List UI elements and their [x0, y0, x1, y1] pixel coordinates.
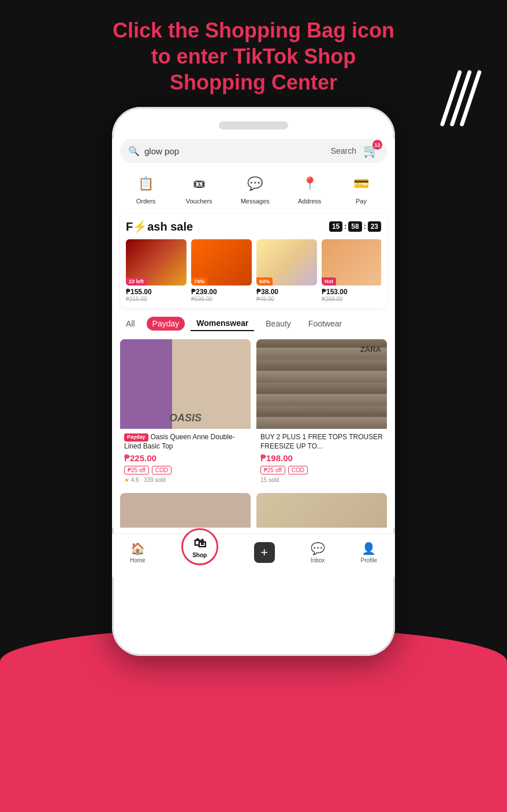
flash-badge-1: 23 left	[126, 277, 147, 286]
inbox-label: Inbox	[311, 557, 325, 563]
slash-decoration	[438, 69, 484, 129]
product-price-1: ₱225.00	[124, 453, 247, 464]
product-name-1: PaydayOasis Queen Anne Double-Lined Basi…	[124, 433, 247, 451]
flash-sale-header: F⚡ash sale 15 : 58 : 23	[126, 220, 381, 233]
flash-product-img-4: Hot	[322, 239, 381, 286]
messages-icon: 💬	[244, 172, 267, 195]
products-grid: OASIS PaydayOasis Queen Anne Double-Line…	[120, 339, 387, 487]
address-icon: 📍	[298, 172, 321, 195]
nav-icons-row: 📋 Orders 🎟 Vouchers 💬 Messages 📍 Address…	[120, 172, 387, 205]
orders-icon: 📋	[135, 172, 158, 195]
svg-line-2	[442, 72, 460, 124]
bottom-nav: 🏠 Home 🛍 Shop + 💬 Inbox 👤 Profile	[112, 533, 395, 577]
cart-icon-wrapper[interactable]: 🛒 13	[363, 143, 379, 158]
flash-price-3: ₱38.00	[256, 288, 317, 296]
nav-inbox[interactable]: 💬 Inbox	[311, 542, 325, 563]
nav-shop-active[interactable]: 🛍 Shop	[181, 528, 218, 565]
flash-product-4[interactable]: Hot ₱153.00 ₱299.00	[322, 239, 381, 302]
timer-minutes: 58	[348, 221, 361, 232]
address-label: Address	[298, 198, 321, 205]
category-tabs: All Payday Womenswear Beauty Footwear	[120, 316, 387, 331]
orders-label: Orders	[136, 198, 156, 205]
tab-beauty[interactable]: Beauty	[260, 317, 297, 331]
flash-sale-timer: 15 : 58 : 23	[329, 221, 381, 232]
nav-orders[interactable]: 📋 Orders	[135, 172, 158, 205]
flash-price-4: ₱153.00	[322, 288, 381, 296]
profile-icon: 👤	[361, 542, 376, 555]
nav-messages[interactable]: 💬 Messages	[241, 172, 270, 205]
nav-pay[interactable]: 💳 Pay	[349, 172, 372, 205]
zara-text: ZARA	[360, 345, 381, 354]
product-info-2: BUY 2 PLUS 1 FREE TOPS TROUSER FREESIZE …	[256, 429, 387, 487]
product-name-2: BUY 2 PLUS 1 FREE TOPS TROUSER FREESIZE …	[260, 433, 383, 451]
flash-products-row: 23 left ₱155.00 ₱215.00 74% ₱239.00 ₱599…	[126, 239, 381, 302]
phone-notch	[219, 121, 288, 129]
flash-original-2: ₱599.00	[191, 296, 252, 302]
tab-footwear[interactable]: Footwear	[303, 317, 348, 331]
flash-original-1: ₱215.00	[126, 296, 187, 302]
tab-all[interactable]: All	[120, 317, 141, 331]
flash-badge-2: 74%	[191, 277, 207, 286]
messages-label: Messages	[241, 198, 270, 205]
flash-product-img-2: 74%	[191, 239, 252, 286]
partial-product-2	[256, 493, 387, 528]
cod-badge-1: COD	[152, 466, 172, 474]
product-meta-2: 15 sold	[260, 477, 383, 483]
timer-seconds: 23	[368, 221, 381, 232]
lightning-icon: ⚡	[133, 220, 147, 233]
home-icon: 🏠	[131, 542, 145, 555]
timer-hours: 15	[329, 221, 342, 232]
discount-badge-2: ₱25 off	[260, 466, 285, 474]
vouchers-icon: 🎟	[188, 172, 211, 195]
phone-frame: 🔍 glow pop Search 🛒 13 📋 Orders 🎟 Vouche…	[112, 107, 395, 656]
product-tag-1: Payday	[124, 433, 148, 442]
oasis-brand-text: OASIS	[169, 412, 202, 424]
flash-price-2: ₱239.00	[191, 288, 252, 296]
nav-home[interactable]: 🏠 Home	[130, 542, 146, 563]
product-info-1: PaydayOasis Queen Anne Double-Lined Basi…	[120, 429, 251, 487]
product-card-2[interactable]: ZARA BUY 2 PLUS 1 FREE TOPS TROUSER FREE…	[256, 339, 387, 487]
product-card-1[interactable]: OASIS PaydayOasis Queen Anne Double-Line…	[120, 339, 251, 487]
search-button[interactable]: Search	[331, 146, 356, 155]
vouchers-label: Vouchers	[186, 198, 213, 205]
search-icon: 🔍	[128, 146, 140, 157]
header-title: Click the Shopping Bag icon to enter Tik…	[113, 17, 394, 95]
tab-payday[interactable]: Payday	[147, 317, 185, 331]
shop-label: Shop	[192, 552, 207, 558]
partial-product-1	[120, 493, 251, 528]
product-img-clothes: ZARA	[256, 339, 387, 429]
star-icon-1: ★	[124, 477, 129, 483]
search-text: glow pop	[144, 146, 331, 156]
nav-vouchers[interactable]: 🎟 Vouchers	[186, 172, 213, 205]
product-img-oasis: OASIS	[120, 339, 251, 429]
partial-products-row	[120, 493, 387, 528]
svg-line-1	[462, 72, 479, 124]
plus-icon: +	[260, 545, 268, 560]
flash-product-3[interactable]: 84% ₱38.00 ₱49.00	[256, 239, 317, 302]
nav-profile[interactable]: 👤 Profile	[361, 542, 377, 563]
home-label: Home	[130, 557, 146, 563]
svg-line-0	[452, 72, 469, 124]
product-badges-1: ₱25 off COD	[124, 466, 247, 474]
pay-label: Pay	[356, 198, 367, 205]
flash-sale-title: F⚡ash sale	[126, 220, 193, 233]
shop-bag-icon: 🛍	[193, 536, 206, 551]
flash-product-img-1: 23 left	[126, 239, 187, 286]
flash-sale-section: F⚡ash sale 15 : 58 : 23 23 left ₱155.00 …	[120, 214, 387, 308]
flash-original-4: ₱299.00	[322, 296, 381, 302]
flash-product-2[interactable]: 74% ₱239.00 ₱599.00	[191, 239, 252, 302]
cart-badge: 13	[372, 140, 382, 150]
phone-content: 🔍 glow pop Search 🛒 13 📋 Orders 🎟 Vouche…	[112, 139, 395, 528]
flash-original-3: ₱49.00	[256, 296, 317, 302]
flash-product-1[interactable]: 23 left ₱155.00 ₱215.00	[126, 239, 187, 302]
nav-create-button[interactable]: +	[254, 542, 275, 563]
tab-womenswear[interactable]: Womenswear	[191, 316, 254, 331]
search-bar[interactable]: 🔍 glow pop Search 🛒 13	[120, 139, 387, 163]
cod-badge-2: COD	[288, 466, 308, 474]
flash-product-img-3: 84%	[256, 239, 317, 286]
pay-icon: 💳	[349, 172, 372, 195]
flash-badge-4: Hot	[322, 277, 336, 286]
product-meta-1: ★ 4.6 · 339 sold	[124, 477, 247, 483]
nav-address[interactable]: 📍 Address	[298, 172, 321, 205]
flash-badge-3: 84%	[256, 277, 273, 286]
